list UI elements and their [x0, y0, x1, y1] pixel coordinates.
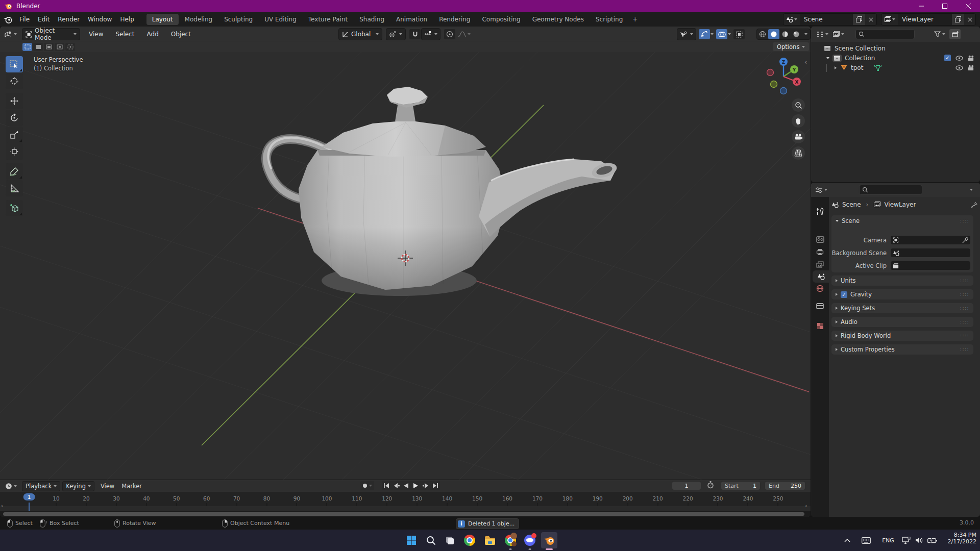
breadcrumb-scene[interactable]: Scene [842, 201, 861, 208]
viewlayer-name-field[interactable]: ViewLayer [898, 14, 952, 25]
playback-menu[interactable]: Playback [22, 481, 60, 491]
menu-render[interactable]: Render [54, 14, 84, 24]
workspace-tab-texture-paint[interactable]: Texture Paint [303, 14, 353, 25]
workspace-tab-shading[interactable]: Shading [354, 14, 390, 25]
active-clip-field[interactable] [891, 261, 970, 270]
new-viewlayer-button[interactable] [952, 14, 964, 25]
tool-annotate[interactable] [6, 163, 23, 180]
scene-browse-button[interactable] [783, 14, 800, 25]
outliner-row-collection[interactable]: Collection ✓ [811, 53, 980, 63]
end-frame-field[interactable]: End 250 [765, 481, 805, 490]
current-frame-field[interactable]: 1 [672, 481, 701, 490]
shading-material-button[interactable] [779, 29, 791, 39]
outliner-display-mode-dropdown[interactable] [832, 31, 844, 38]
language-indicator[interactable]: ENG [879, 532, 897, 548]
workspace-tab-compositing[interactable]: Compositing [476, 14, 526, 25]
disable-render-camera-icon[interactable] [967, 55, 975, 61]
overlays-dropdown-chevron-icon[interactable] [728, 33, 731, 35]
tool-rotate[interactable] [6, 110, 23, 126]
maximize-button[interactable] [933, 0, 957, 12]
properties-editor-type-button[interactable] [815, 187, 827, 193]
eyedropper-icon[interactable] [962, 237, 968, 243]
tool-add-cube[interactable] [6, 200, 23, 216]
new-collection-button[interactable] [949, 29, 961, 39]
play-button[interactable] [411, 481, 421, 490]
gizmo-minus-y-axis[interactable] [771, 81, 777, 88]
pin-icon[interactable] [971, 202, 977, 208]
properties-search-input[interactable] [859, 185, 922, 195]
drag-handle[interactable]: :::: [960, 319, 969, 324]
scene-name-field[interactable]: Scene [800, 14, 853, 25]
shading-wireframe-button[interactable] [757, 29, 768, 39]
disable-render-camera-icon[interactable] [967, 65, 975, 71]
drag-handle[interactable]: :::: [960, 218, 969, 223]
panel-keying-sets[interactable]: Keying Sets:::: [831, 303, 973, 313]
tab-texture[interactable] [811, 320, 829, 332]
discord-app-button[interactable] [522, 532, 538, 548]
file-explorer-button[interactable] [482, 532, 498, 548]
select-mode-intersect-button[interactable] [65, 43, 75, 51]
tool-measure[interactable] [6, 180, 23, 196]
menu-window[interactable]: Window [84, 14, 116, 24]
network-tray-icon[interactable] [899, 532, 913, 548]
gizmo-minus-x-axis[interactable] [767, 69, 774, 76]
timeline-scrollbar-thumb[interactable] [3, 512, 804, 516]
tool-cursor[interactable] [6, 73, 23, 89]
show-overlays-toggle[interactable] [716, 29, 727, 39]
editor-type-button[interactable] [4, 31, 17, 38]
panel-rigid-body-world[interactable]: Rigid Body World:::: [831, 331, 973, 341]
start-frame-field[interactable]: Start 1 [721, 481, 761, 490]
outliner-filter-dropdown[interactable] [934, 31, 945, 37]
select-mode-extend-button[interactable] [33, 43, 43, 51]
select-mode-subtract-button[interactable] [44, 43, 54, 51]
new-scene-button[interactable] [853, 14, 865, 25]
show-gizmo-toggle[interactable] [699, 29, 710, 39]
panel-gravity[interactable]: ✓Gravity:::: [831, 289, 973, 299]
workspace-tab-rendering[interactable]: Rendering [433, 14, 476, 25]
gizmo-minus-z-axis[interactable] [780, 88, 787, 94]
start-button[interactable] [403, 532, 420, 548]
battery-tray-icon[interactable] [925, 532, 939, 548]
blender-app-button[interactable] [541, 532, 557, 548]
pan-view-button[interactable] [792, 114, 805, 128]
collection-exclude-checkbox[interactable]: ✓ [944, 55, 951, 61]
hide-eye-icon[interactable] [955, 56, 963, 61]
viewport-menu-add[interactable]: Add [143, 31, 162, 38]
properties-options-chevron-icon[interactable] [970, 189, 973, 191]
add-workspace-tab[interactable]: + [629, 14, 641, 25]
menu-edit[interactable]: Edit [34, 14, 54, 24]
tray-overflow-chevron[interactable] [841, 532, 853, 548]
tab-tool[interactable] [811, 205, 829, 217]
tab-output[interactable] [811, 246, 829, 258]
tab-world[interactable] [811, 282, 829, 294]
collapse-chevron-icon[interactable] [826, 57, 829, 59]
taskbar-search-button[interactable] [423, 532, 439, 548]
drag-handle[interactable]: :::: [960, 278, 969, 283]
play-reverse-button[interactable] [401, 481, 411, 490]
select-mode-invert-button[interactable] [55, 43, 64, 51]
outliner-row-tpot[interactable]: tpot [811, 63, 980, 72]
xray-toggle[interactable] [733, 29, 745, 39]
shading-solid-button[interactable] [768, 29, 779, 39]
timeline-track-area[interactable] [0, 506, 811, 511]
outliner-row-scene-collection[interactable]: Scene Collection [811, 43, 980, 53]
teapot-3d-model[interactable] [266, 87, 618, 296]
drag-handle[interactable]: :::: [960, 292, 969, 297]
workspace-tab-geometry-nodes[interactable]: Geometry Nodes [527, 14, 590, 25]
auto-keyframe-button[interactable] [360, 481, 374, 490]
task-view-button[interactable] [442, 532, 458, 548]
tool-scale[interactable] [6, 127, 23, 143]
delete-scene-button[interactable] [865, 14, 876, 25]
snap-toggle[interactable] [409, 29, 421, 39]
timeline-sidebar-arrow[interactable]: ‹ [805, 503, 807, 509]
blender-menu-button[interactable] [0, 15, 15, 24]
shading-rendered-button[interactable] [791, 29, 802, 39]
background-scene-field[interactable] [891, 248, 970, 257]
timeline-marker-menu[interactable]: Marker [121, 483, 142, 490]
outliner-editor-type-button[interactable] [816, 31, 828, 38]
outliner-search-input[interactable] [855, 29, 915, 39]
workspace-tab-sculpting[interactable]: Sculpting [218, 14, 258, 25]
zoom-view-button[interactable] [792, 98, 805, 112]
proportional-falloff-dropdown[interactable] [456, 31, 473, 37]
timeline-view-menu[interactable]: View [101, 483, 114, 490]
